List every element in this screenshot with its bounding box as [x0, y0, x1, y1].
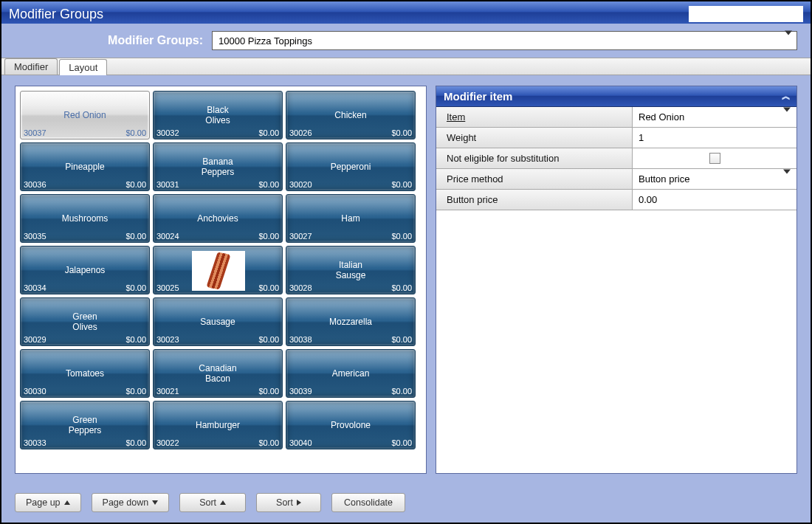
prop-label-item: Item	[436, 107, 633, 127]
prop-label-price-method: Price method	[436, 169, 633, 189]
collapse-icon: ︽	[782, 90, 789, 103]
modifier-price: $0.00	[125, 335, 146, 344]
modifier-item-panel: Modifier item ︽ Item Red Onion Weight 1	[436, 86, 797, 474]
modifier-id: 30022	[156, 438, 179, 447]
button-label: Page up	[26, 497, 61, 508]
title-search-input[interactable]	[689, 6, 803, 22]
prop-value-item: Red Onion	[639, 111, 684, 123]
modifier-label: Jalapenos	[21, 265, 149, 275]
modifier-label: Sausage	[154, 317, 282, 327]
modifier-button[interactable]: Sausage30023$0.00	[153, 297, 283, 346]
modifier-id: 30031	[156, 180, 179, 189]
modifier-id: 30038	[289, 335, 312, 344]
modifier-label: Red Onion	[21, 110, 149, 120]
modifier-button[interactable]: Green Olives30029$0.00	[20, 297, 150, 346]
prop-value-not-eligible[interactable]	[633, 148, 796, 168]
modifier-price: $0.00	[125, 180, 146, 189]
modifier-button[interactable]: Tomatoes30030$0.00	[20, 349, 150, 398]
modifier-price: $0.00	[258, 438, 279, 447]
triangle-up-icon	[64, 500, 70, 505]
modifier-groups-value: 10000 Pizza Toppings	[219, 35, 312, 46]
modifier-button[interactable]: Pineapple30036$0.00	[20, 142, 150, 191]
modifier-button[interactable]: Banana Peppers30031$0.00	[153, 142, 283, 191]
tab-layout[interactable]: Layout	[59, 59, 107, 75]
prop-label-weight: Weight	[436, 128, 633, 148]
modifier-item-header[interactable]: Modifier item ︽	[436, 86, 796, 107]
modifier-button[interactable]: Anchovies30024$0.00	[153, 194, 283, 243]
modifier-button[interactable]: Red Onion30037$0.00	[20, 91, 150, 139]
page-up-button[interactable]: Page up	[15, 493, 81, 512]
modifier-label: Green Peppers	[21, 415, 149, 435]
modifier-button[interactable]: American30039$0.00	[286, 349, 416, 398]
modifier-price: $0.00	[391, 180, 412, 189]
modifier-button[interactable]: Italian Sausge30028$0.00	[286, 246, 416, 294]
modifier-button[interactable]: Jalapenos30034$0.00	[20, 246, 150, 294]
tabbar: Modifier Layout	[1, 58, 811, 75]
tab-modifier[interactable]: Modifier	[4, 58, 58, 75]
bacon-icon	[206, 252, 230, 289]
sort-right-button[interactable]: Sort	[256, 493, 321, 512]
modifier-button[interactable]: Hamburger30022$0.00	[153, 401, 283, 449]
modifier-button[interactable]: Provolone30040$0.00	[286, 401, 416, 449]
modifier-button[interactable]: Green Peppers30033$0.00	[20, 401, 150, 449]
prop-row-button-price: Button price 0.00	[436, 190, 796, 210]
modifier-button[interactable]: Chicken30026$0.00	[286, 91, 416, 139]
modifier-price: $0.00	[391, 387, 412, 396]
modifier-price: $0.00	[391, 128, 412, 137]
modifier-price: $0.00	[125, 232, 146, 241]
modifier-id: 30024	[156, 232, 179, 241]
tab-label: Modifier	[14, 61, 48, 72]
modifier-label: Pineapple	[21, 162, 149, 172]
modifier-id: 30023	[156, 335, 179, 344]
triangle-down-icon	[152, 500, 158, 505]
prop-value-price-method-dropdown[interactable]: Button price	[633, 169, 796, 189]
modifier-label: Tomatoes	[21, 368, 149, 379]
modifier-button[interactable]: Ham30027$0.00	[286, 194, 416, 243]
layout-grid-panel: Red Onion30037$0.00Black Olives30032$0.0…	[15, 86, 427, 474]
tab-label: Layout	[69, 62, 97, 73]
consolidate-button[interactable]: Consolidate	[331, 493, 405, 512]
modifier-id: 30028	[289, 283, 312, 292]
not-eligible-checkbox[interactable]	[709, 153, 720, 164]
window-title: Modifier Groups	[9, 7, 103, 22]
modifier-button[interactable]: Pepperoni30020$0.00	[286, 142, 416, 191]
modifier-grid: Red Onion30037$0.00Black Olives30032$0.0…	[20, 91, 422, 449]
modifier-groups-label: Modifier Groups:	[15, 34, 203, 47]
modifier-price: $0.00	[391, 335, 412, 344]
modifier-id: 30032	[156, 128, 179, 137]
modifier-label: Pepperoni	[286, 162, 415, 172]
prop-label-not-eligible: Not eligible for substitution	[436, 148, 633, 168]
selector-row: Modifier Groups: 10000 Pizza Toppings	[1, 24, 811, 58]
modifier-id: 30026	[289, 128, 312, 137]
modifier-price: $0.00	[125, 128, 146, 137]
modifier-label: Provolone	[286, 420, 415, 430]
chevron-down-icon	[783, 111, 791, 123]
modifier-label: Canadian Bacon	[154, 363, 282, 384]
chevron-down-icon	[785, 35, 792, 46]
modifier-price: $0.00	[125, 438, 146, 447]
modifier-label: Italian Sausge	[286, 260, 415, 280]
prop-value-weight: 1	[639, 132, 644, 143]
modifier-button[interactable]: Mushrooms30035$0.00	[20, 194, 150, 243]
app-window: Modifier Groups Modifier Groups: 10000 P…	[0, 0, 812, 524]
prop-row-item: Item Red Onion	[436, 107, 796, 128]
modifier-label: American	[286, 368, 415, 379]
prop-value-item-dropdown[interactable]: Red Onion	[633, 107, 796, 127]
prop-value-button-price-input[interactable]: 0.00	[633, 190, 796, 210]
prop-row-weight: Weight 1	[436, 128, 796, 148]
modifier-groups-dropdown[interactable]: 10000 Pizza Toppings	[212, 31, 797, 50]
modifier-label: Hamburger	[154, 420, 282, 430]
modifier-label: Banana Peppers	[154, 156, 282, 177]
modifier-price: $0.00	[125, 283, 146, 292]
modifier-button[interactable]: Black Olives30032$0.00	[153, 91, 283, 139]
modifier-button[interactable]: Canadian Bacon30021$0.00	[153, 349, 283, 398]
modifier-button[interactable]: Mozzarella30038$0.00	[286, 297, 416, 346]
panels: Red Onion30037$0.00Black Olives30032$0.0…	[15, 86, 797, 474]
page-down-button[interactable]: Page down	[92, 493, 170, 512]
modifier-price: $0.00	[258, 283, 279, 292]
prop-value-weight-input[interactable]: 1	[633, 128, 796, 148]
modifier-button[interactable]: 30025$0.00	[153, 246, 283, 294]
modifier-id: 30034	[24, 283, 47, 292]
modifier-id: 30025	[156, 283, 179, 292]
sort-up-button[interactable]: Sort	[179, 493, 246, 512]
